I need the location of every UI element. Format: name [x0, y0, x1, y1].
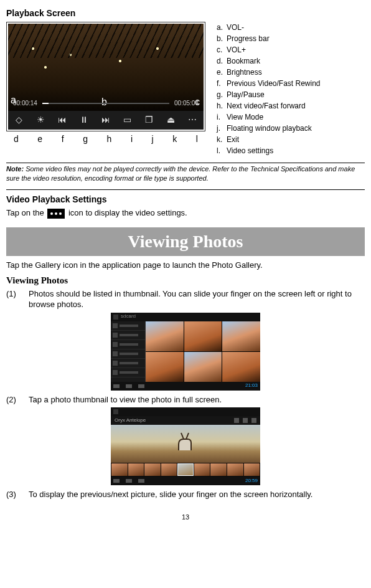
app-icon — [113, 409, 118, 414]
folder-sidebar — [111, 321, 146, 382]
recent-icon — [138, 384, 144, 388]
playback-row: a b c 00:00:14 00:05:04 ◇ ☀ ⏮ ⏸ ⏭ ▭ ❐ ⏏ — [6, 22, 365, 156]
note-label: Note: — [6, 165, 24, 173]
screenshot-gallery-thumbnails: sdcard 21:03 — [111, 313, 260, 391]
play-pause-icon[interactable]: ⏸ — [77, 114, 91, 126]
legend: a.VOL- b.Progress bar c.VOL+ d.Bookmark … — [217, 22, 321, 156]
letter-h: h — [107, 133, 112, 145]
page-number: 13 — [6, 513, 365, 522]
viewing-subhead: Viewing Photos — [6, 274, 365, 287]
screenshot-photo-fullscreen: Oryx Antelope 20:59 — [111, 407, 260, 485]
settings-icon[interactable]: ⋯ — [186, 114, 199, 126]
item-text: Photos should be listed in thumbnail. Yo… — [29, 288, 365, 310]
video-settings-text: Tap on the icon to display the video set… — [6, 207, 365, 219]
home-icon — [126, 479, 132, 483]
dots-icon — [47, 209, 65, 219]
menu-icon — [251, 418, 256, 423]
elapsed-time: 00:00:14 — [13, 99, 37, 108]
video-settings-title: Video Playback Settings — [6, 194, 365, 206]
item-number: (1) — [6, 288, 22, 310]
video-player: a b c 00:00:14 00:05:04 ◇ ☀ ⏮ ⏸ ⏭ ▭ ❐ ⏏ — [8, 24, 204, 130]
prev-icon[interactable]: ⏮ — [55, 114, 69, 126]
delete-icon — [243, 418, 248, 423]
android-nav-bar: 21:03 — [111, 382, 260, 391]
total-time: 00:05:04 — [174, 99, 199, 108]
brightness-icon[interactable]: ☀ — [34, 114, 47, 126]
divider — [6, 163, 365, 163]
letter-d: d — [14, 133, 19, 145]
photo-title: Oryx Antelope — [115, 417, 146, 424]
full-photo — [111, 425, 260, 463]
exit-icon[interactable]: ⏏ — [164, 114, 178, 126]
android-top-bar — [111, 407, 260, 416]
list-item: (3) To display the previous/next picture… — [6, 489, 365, 500]
item-text: Tap a photo thumbnail to view the photo … — [29, 394, 365, 405]
letter-k: k — [172, 133, 177, 145]
clock: 21:03 — [245, 382, 258, 389]
letter-row: d e f g h i j k l — [6, 131, 205, 145]
home-icon — [126, 384, 132, 388]
control-bar: ◇ ☀ ⏮ ⏸ ⏭ ▭ ❐ ⏏ ⋯ — [8, 111, 204, 130]
letter-g: g — [83, 133, 88, 145]
settings-pre: Tap on the — [6, 208, 46, 217]
letter-l: l — [196, 133, 198, 145]
progress-bar[interactable] — [42, 103, 169, 104]
clock: 20:59 — [245, 478, 258, 485]
bookmark-icon[interactable]: ◇ — [12, 114, 26, 126]
back-icon — [113, 384, 120, 388]
item-number: (3) — [6, 489, 22, 500]
player-column: a b c 00:00:14 00:05:04 ◇ ☀ ⏮ ⏸ ⏭ ▭ ❐ ⏏ — [6, 22, 205, 145]
note-text: Some video files may not be played corre… — [6, 165, 355, 182]
viewing-photos-banner: Viewing Photos — [6, 227, 365, 256]
item-text: To display the previous/next picture, sl… — [29, 489, 365, 500]
note: Note: Some video files may not be played… — [6, 164, 365, 183]
recent-icon — [138, 479, 144, 483]
item-number: (2) — [6, 394, 22, 405]
view-mode-icon[interactable]: ▭ — [121, 114, 134, 126]
settings-post: icon to display the video settings. — [66, 208, 187, 217]
oryx-icon — [172, 432, 197, 452]
list-item: (2) Tap a photo thumbnail to view the ph… — [6, 394, 365, 405]
divider — [6, 189, 365, 190]
list-item: (1) Photos should be listed in thumbnail… — [6, 288, 365, 310]
floating-icon[interactable]: ❐ — [143, 114, 156, 126]
thumbnail-grid — [146, 321, 260, 382]
app-icon — [113, 315, 118, 320]
letter-e: e — [37, 133, 42, 145]
folder-label: sdcard — [121, 313, 136, 320]
back-icon — [113, 479, 120, 483]
next-icon[interactable]: ⏭ — [99, 114, 113, 126]
player-frame: a b c 00:00:14 00:05:04 ◇ ☀ ⏮ ⏸ ⏭ ▭ ❐ ⏏ — [6, 22, 205, 131]
playback-screen-title: Playback Screen — [6, 7, 365, 19]
progress-row: 00:00:14 00:05:04 — [8, 97, 204, 110]
thumbnail-strip — [111, 463, 260, 477]
viewing-intro: Tap the Gallery icon in the application … — [6, 260, 365, 271]
letter-f: f — [62, 133, 64, 145]
photo-title-bar: Oryx Antelope — [111, 416, 260, 425]
letter-i: i — [131, 133, 133, 145]
tree-branches — [8, 24, 204, 58]
android-nav-bar: 20:59 — [111, 477, 260, 485]
share-icon — [234, 418, 239, 423]
letter-j: j — [152, 133, 154, 145]
android-top-bar: sdcard — [111, 313, 260, 321]
